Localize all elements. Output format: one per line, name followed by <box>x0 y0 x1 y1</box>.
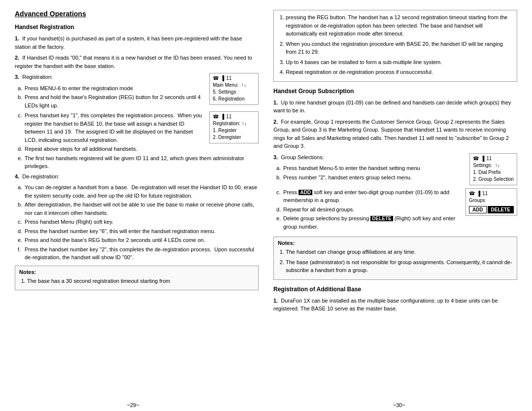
reg-item-1: 1. If your handset(s) is purchased as pa… <box>15 34 259 51</box>
group-3c: Press ADD soft key and enter two-digit g… <box>283 188 517 205</box>
group-3d: Repeat for all desired groups. <box>283 206 517 214</box>
reg-3b: Press and hold the base's Registration (… <box>25 93 259 109</box>
left-column: Advanced Operations Handset Registration… <box>15 10 259 394</box>
group-item-3: ☎ ▐ 11 Settings: ↑↓ 1. Dial Prefix 2. Gr… <box>273 153 517 188</box>
reg-3e: The first two handsets registered will b… <box>25 154 259 171</box>
signal-settings: ▐ <box>481 156 484 161</box>
reg-item-4-list: You can de-register a handset from a bas… <box>15 183 259 262</box>
section-title-group: Handset Group Subscription <box>273 88 517 95</box>
phone-icon-1: ☎ <box>213 75 219 81</box>
notes-box-right: Notes: The handset can change group affi… <box>273 237 517 280</box>
page-number-left: ~29~ <box>127 402 139 408</box>
reg-item-3: ☎ ▐ 11 Main Menu: ↑↓ 5. Settings 6. Regi… <box>15 73 259 111</box>
settings-display-header: ☎ ▐ 11 <box>473 156 514 161</box>
section-additional-base: Registration of Additional Base 1. DuraF… <box>273 286 517 316</box>
page-title: Advanced Operations <box>15 10 259 18</box>
group-item-1: 1. Up to nine handset groups (01-09) can… <box>273 99 517 115</box>
reg-4f: Press the handset number key "2", this c… <box>25 245 259 262</box>
number-1: 11 <box>226 75 232 81</box>
section-handset-registration: Handset Registration 1. If your handset(… <box>15 24 259 290</box>
notes-item-1: The base has a 30 second registration ti… <box>27 277 254 285</box>
reg-4a: You can de-register a handset from a bas… <box>25 183 259 200</box>
notes-right-item-1: The handset can change group affiliation… <box>286 248 513 256</box>
section-group-subscription: Handset Group Subscription 1. Up to nine… <box>273 88 517 280</box>
reg-3d: Repeat above steps for all additional ha… <box>25 145 259 153</box>
reg-4c: Press handset Menu (Right) soft key. <box>25 218 259 226</box>
notes-right-item-2: The base (administrator) is not responsi… <box>286 258 513 274</box>
reg-4e: Press and hold the base's REG button for… <box>25 236 259 244</box>
page-number-right: ~30~ <box>393 402 405 408</box>
reg-item-2: 2. If Handset ID reads “00,” that means … <box>15 54 259 70</box>
number-settings: 11 <box>486 156 492 161</box>
right-column: pressing the REG button. The handset has… <box>273 10 517 394</box>
group-item-3-cont: ☎ ▐ 11 Groups ADD DELETE Press ADD soft … <box>273 188 517 233</box>
reg-item-3-list: Press MENU-6 to enter the registration m… <box>15 84 259 110</box>
section-title-additional-base: Registration of Additional Base <box>273 286 517 293</box>
notes-list-left: The base has a 30 second registration ti… <box>19 277 254 285</box>
notes-list-right: The handset can change group affiliation… <box>278 248 513 274</box>
page-container: Advanced Operations Handset Registration… <box>0 0 532 399</box>
phone-icon-settings: ☎ <box>473 156 479 161</box>
group-3a: Press handset Menu-5 to enter the handse… <box>283 164 517 172</box>
reg-item-3-list-cont: Press handset key "1", this completes th… <box>15 111 259 171</box>
group-3b: Press number "2", handset enters group s… <box>283 173 517 182</box>
top-box-item-3: Up to 4 bases can be installed to form a… <box>286 58 513 67</box>
reg-3a: Press MENU-6 to enter the registration m… <box>25 84 259 93</box>
display-header-1: ☎ ▐ 11 <box>213 75 255 81</box>
top-box-item-2: When you conduct the registration proced… <box>286 40 513 56</box>
notes-box-left: Notes: The base has a 30 second registra… <box>15 266 259 291</box>
section-title-registration: Handset Registration <box>15 24 259 31</box>
top-box-item-4: Repeat registration or de-registration p… <box>286 68 513 76</box>
right-top-box: pressing the REG button. The handset has… <box>273 10 517 82</box>
page-footer: ~29~ ~30~ <box>0 399 532 411</box>
signal-1: ▐ <box>221 75 224 81</box>
reg-item-3-cont: ☎ ▐ 11 Registration: ↑↓ 1. Register 2. D… <box>15 111 259 172</box>
group-3e: Delete group selections by pressing DELE… <box>283 214 517 231</box>
additional-base-item-1: 1. DuraFon 1X can be installed as the mu… <box>273 297 517 313</box>
top-box-item-1: pressing the REG button. The handset has… <box>286 13 513 38</box>
add-key-label: ADD <box>299 190 312 195</box>
reg-3c: Press handset key "1", this completes th… <box>25 111 259 144</box>
reg-4d: Press the handset number key "6", this w… <box>25 227 259 236</box>
top-box-list: pressing the REG button. The handset has… <box>278 13 513 76</box>
delete-key-label: DELETE <box>370 216 393 221</box>
notes-title-left: Notes: <box>19 269 254 275</box>
group-item-2: 2. For example, Group 1 represents the C… <box>273 118 517 150</box>
notes-title-right: Notes: <box>278 240 513 246</box>
group-item-3-list-cont: Press ADD soft key and enter two-digit g… <box>273 188 517 231</box>
reg-item-4-header: 4. De-registration: <box>15 172 259 181</box>
reg-4b: After deregistration, the handset will n… <box>25 201 259 217</box>
